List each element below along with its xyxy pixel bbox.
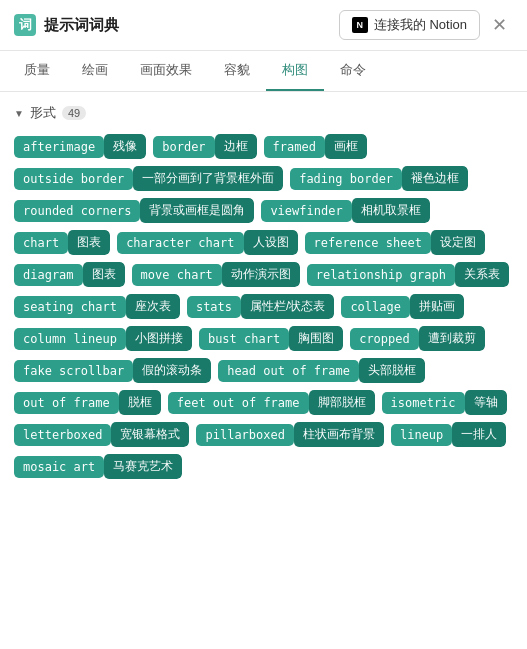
tag-en-label: bust chart — [199, 328, 289, 350]
tag-group[interactable]: cropped遭到裁剪 — [350, 326, 485, 351]
tags-area: afterimage残像border边框framed画框outside bord… — [0, 130, 527, 499]
tag-group[interactable]: out of frame脱框 — [14, 390, 161, 415]
tag-group[interactable]: column lineup小图拼接 — [14, 326, 192, 351]
tag-zh-label: 画框 — [325, 134, 367, 159]
tag-en-label: cropped — [350, 328, 419, 350]
tag-group[interactable]: head out of frame头部脱框 — [218, 358, 425, 383]
tag-en-label: column lineup — [14, 328, 126, 350]
tag-en-label: viewfinder — [261, 200, 351, 222]
tag-en-label: diagram — [14, 264, 83, 286]
tag-zh-label: 座次表 — [126, 294, 180, 319]
tag-zh-label: 相机取景框 — [352, 198, 430, 223]
tab-commands[interactable]: 命令 — [324, 51, 382, 91]
tag-zh-label: 等轴 — [465, 390, 507, 415]
tag-zh-label: 图表 — [68, 230, 110, 255]
tag-zh-label: 设定图 — [431, 230, 485, 255]
tag-en-label: head out of frame — [218, 360, 359, 382]
tag-en-label: isometric — [382, 392, 465, 414]
notion-connect-button[interactable]: N 连接我的 Notion — [339, 10, 480, 40]
tag-group[interactable]: lineup一排人 — [391, 422, 506, 447]
tabs-bar: 质量 绘画 画面效果 容貌 构图 命令 — [0, 51, 527, 92]
tag-en-label: mosaic art — [14, 456, 104, 478]
tag-group[interactable]: mosaic art马赛克艺术 — [14, 454, 182, 479]
tag-zh-label: 属性栏/状态表 — [241, 294, 334, 319]
tag-en-label: outside border — [14, 168, 133, 190]
tag-en-label: feet out of frame — [168, 392, 309, 414]
tab-composition[interactable]: 构图 — [266, 51, 324, 91]
tag-group[interactable]: relationship graph关系表 — [307, 262, 509, 287]
tag-group[interactable]: stats属性栏/状态表 — [187, 294, 334, 319]
tag-zh-label: 马赛克艺术 — [104, 454, 182, 479]
tag-en-label: border — [153, 136, 214, 158]
header: 词 提示词词典 N 连接我的 Notion ✕ — [0, 0, 527, 51]
header-left: 词 提示词词典 — [14, 14, 119, 36]
tag-group[interactable]: pillarboxed柱状画布背景 — [196, 422, 383, 447]
tag-group[interactable]: chart图表 — [14, 230, 110, 255]
tag-zh-label: 图表 — [83, 262, 125, 287]
tag-en-label: afterimage — [14, 136, 104, 158]
tag-zh-label: 褪色边框 — [402, 166, 468, 191]
tab-quality[interactable]: 质量 — [8, 51, 66, 91]
tag-en-label: chart — [14, 232, 68, 254]
tag-group[interactable]: afterimage残像 — [14, 134, 146, 159]
tag-zh-label: 动作演示图 — [222, 262, 300, 287]
section-arrow-icon: ▼ — [14, 108, 24, 119]
tag-group[interactable]: outside border一部分画到了背景框外面 — [14, 166, 283, 191]
app-title: 提示词词典 — [44, 16, 119, 35]
tag-zh-label: 宽银幕格式 — [111, 422, 189, 447]
tag-en-label: pillarboxed — [196, 424, 293, 446]
tag-en-label: letterboxed — [14, 424, 111, 446]
tag-en-label: framed — [264, 136, 325, 158]
tag-group[interactable]: isometric等轴 — [382, 390, 507, 415]
tag-group[interactable]: collage拼贴画 — [341, 294, 464, 319]
tag-en-label: stats — [187, 296, 241, 318]
tag-zh-label: 一排人 — [452, 422, 506, 447]
tag-en-label: character chart — [117, 232, 243, 254]
tag-en-label: rounded corners — [14, 200, 140, 222]
tag-zh-label: 遭到裁剪 — [419, 326, 485, 351]
tab-painting[interactable]: 绘画 — [66, 51, 124, 91]
section-header: ▼ 形式 49 — [0, 92, 527, 130]
tag-zh-label: 柱状画布背景 — [294, 422, 384, 447]
tag-en-label: fake scrollbar — [14, 360, 133, 382]
tag-en-label: fading border — [290, 168, 402, 190]
tag-group[interactable]: move chart动作演示图 — [132, 262, 300, 287]
tag-zh-label: 拼贴画 — [410, 294, 464, 319]
tag-group[interactable]: border边框 — [153, 134, 256, 159]
tag-zh-label: 一部分画到了背景框外面 — [133, 166, 283, 191]
tag-group[interactable]: character chart人设图 — [117, 230, 297, 255]
tag-zh-label: 头部脱框 — [359, 358, 425, 383]
tag-group[interactable]: framed画框 — [264, 134, 367, 159]
tag-zh-label: 脚部脱框 — [309, 390, 375, 415]
tag-group[interactable]: diagram图表 — [14, 262, 125, 287]
tag-zh-label: 关系表 — [455, 262, 509, 287]
tag-zh-label: 胸围图 — [289, 326, 343, 351]
tag-en-label: move chart — [132, 264, 222, 286]
tag-zh-label: 背景或画框是圆角 — [140, 198, 254, 223]
section-count-badge: 49 — [62, 106, 86, 120]
tag-group[interactable]: seating chart座次表 — [14, 294, 180, 319]
tag-en-label: reference sheet — [305, 232, 431, 254]
tag-group[interactable]: bust chart胸围图 — [199, 326, 343, 351]
notion-btn-label: 连接我的 Notion — [374, 16, 467, 34]
tag-zh-label: 小图拼接 — [126, 326, 192, 351]
tag-group[interactable]: rounded corners背景或画框是圆角 — [14, 198, 254, 223]
tag-en-label: relationship graph — [307, 264, 455, 286]
tag-group[interactable]: reference sheet设定图 — [305, 230, 485, 255]
section-title: 形式 — [30, 104, 56, 122]
tag-zh-label: 残像 — [104, 134, 146, 159]
tab-effects[interactable]: 画面效果 — [124, 51, 208, 91]
tag-group[interactable]: fake scrollbar假的滚动条 — [14, 358, 211, 383]
notion-logo-icon: N — [352, 17, 368, 33]
tag-zh-label: 人设图 — [244, 230, 298, 255]
tab-appearance[interactable]: 容貌 — [208, 51, 266, 91]
tag-group[interactable]: viewfinder相机取景框 — [261, 198, 429, 223]
tag-group[interactable]: fading border褪色边框 — [290, 166, 468, 191]
tag-group[interactable]: feet out of frame脚部脱框 — [168, 390, 375, 415]
close-button[interactable]: ✕ — [486, 12, 513, 38]
tag-en-label: seating chart — [14, 296, 126, 318]
tag-zh-label: 脱框 — [119, 390, 161, 415]
tag-en-label: collage — [341, 296, 410, 318]
tag-group[interactable]: letterboxed宽银幕格式 — [14, 422, 189, 447]
tag-zh-label: 假的滚动条 — [133, 358, 211, 383]
